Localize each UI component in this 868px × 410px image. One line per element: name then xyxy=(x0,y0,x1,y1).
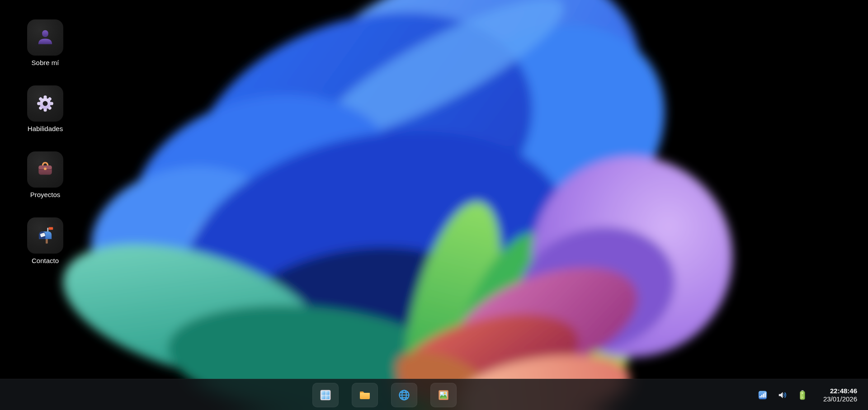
icon-tile xyxy=(27,151,63,188)
desktop-icon-proyectos[interactable]: Proyectos xyxy=(27,151,63,199)
taskbar: 22:48:46 23/01/2026 xyxy=(0,379,868,410)
person-icon xyxy=(35,27,56,48)
gear-icon xyxy=(35,93,56,114)
briefcase-icon xyxy=(35,159,56,180)
icon-label: Proyectos xyxy=(30,190,61,199)
clock-date: 23/01/2026 xyxy=(823,395,857,403)
desktop-screen: Sobre mí xyxy=(0,0,868,410)
icon-label: Sobre mí xyxy=(32,58,59,67)
gallery-button[interactable] xyxy=(430,383,457,407)
folder-icon xyxy=(358,388,372,402)
speaker-icon xyxy=(778,390,788,400)
volume-tray-button[interactable] xyxy=(777,389,788,401)
globe-icon xyxy=(397,388,411,402)
icon-tile xyxy=(27,85,63,122)
browser-button[interactable] xyxy=(391,383,417,407)
files-button[interactable] xyxy=(352,383,378,407)
windows-start-icon xyxy=(318,388,333,402)
desktop-icon-contacto[interactable]: Contacto xyxy=(27,217,63,265)
image-icon xyxy=(436,388,451,402)
desktop-icon-column: Sobre mí xyxy=(27,19,63,283)
taskbar-center-buttons xyxy=(312,379,457,410)
signal-bars-icon xyxy=(758,390,768,400)
icon-tile xyxy=(27,217,63,254)
icon-tile xyxy=(27,19,63,56)
icon-label: Habilidades xyxy=(28,124,63,133)
network-tray-button[interactable] xyxy=(757,389,768,401)
desktop-icon-sobre-mi[interactable]: Sobre mí xyxy=(27,19,63,67)
battery-icon xyxy=(797,390,807,401)
mailbox-icon xyxy=(35,225,56,246)
clock-time: 22:48:46 xyxy=(823,387,857,395)
icon-label: Contacto xyxy=(32,256,59,265)
desktop-icon-habilidades[interactable]: Habilidades xyxy=(27,85,63,133)
wallpaper-bloom xyxy=(0,0,868,410)
start-button[interactable] xyxy=(312,383,339,407)
taskbar-clock[interactable]: 22:48:46 23/01/2026 xyxy=(823,387,857,403)
battery-tray-button[interactable] xyxy=(797,389,808,401)
system-tray: 22:48:46 23/01/2026 xyxy=(757,379,868,410)
